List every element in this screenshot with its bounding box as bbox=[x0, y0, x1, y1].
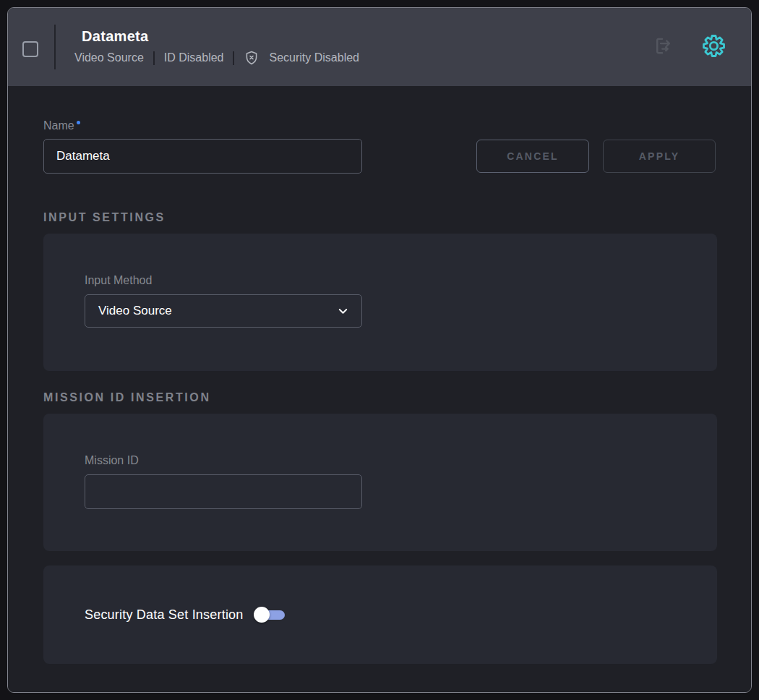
settings-button[interactable] bbox=[703, 35, 725, 59]
mission-id-card: Mission ID bbox=[43, 414, 717, 551]
input-method-select[interactable]: Video Source bbox=[85, 294, 362, 328]
required-indicator bbox=[77, 121, 80, 124]
page-title: Datameta bbox=[82, 28, 359, 45]
export-icon bbox=[651, 35, 672, 59]
input-method-label: Input Method bbox=[85, 274, 152, 287]
security-card: Security Data Set Insertion bbox=[43, 565, 717, 664]
toggle-knob-icon bbox=[254, 607, 270, 623]
security-toggle[interactable] bbox=[254, 606, 285, 623]
status-id: ID Disabled bbox=[164, 51, 224, 64]
chevron-down-icon bbox=[336, 304, 350, 318]
status-row: Video Source ID Disabled Security Disabl… bbox=[74, 50, 359, 66]
status-separator bbox=[233, 51, 234, 65]
name-label: Name bbox=[43, 119, 80, 132]
panel-body: Name CANCEL APPLY INPUT SETTINGS Input M… bbox=[8, 86, 751, 692]
name-input[interactable] bbox=[43, 139, 362, 174]
mission-id-label: Mission ID bbox=[85, 454, 139, 467]
header-divider bbox=[54, 25, 56, 69]
settings-panel: Datameta Video Source ID Disabled Securi… bbox=[7, 7, 752, 693]
input-method-value: Video Source bbox=[98, 304, 172, 318]
select-checkbox[interactable] bbox=[22, 41, 38, 57]
mission-id-heading: MISSION ID INSERTION bbox=[43, 391, 716, 404]
name-field-block: Name CANCEL APPLY bbox=[43, 119, 716, 174]
mission-id-input[interactable] bbox=[85, 474, 362, 509]
status-input-method: Video Source bbox=[74, 51, 144, 64]
security-toggle-label: Security Data Set Insertion bbox=[85, 607, 244, 623]
cancel-button[interactable]: CANCEL bbox=[476, 140, 589, 173]
input-settings-heading: INPUT SETTINGS bbox=[43, 211, 716, 224]
apply-button[interactable]: APPLY bbox=[603, 140, 716, 173]
panel-header: Datameta Video Source ID Disabled Securi… bbox=[8, 8, 751, 86]
status-security: Security Disabled bbox=[269, 51, 359, 64]
status-separator bbox=[153, 51, 155, 65]
title-block: Datameta Video Source ID Disabled Securi… bbox=[74, 28, 359, 66]
export-button[interactable] bbox=[651, 35, 672, 59]
shield-x-icon bbox=[244, 50, 260, 66]
gear-icon bbox=[703, 35, 725, 59]
input-settings-card: Input Method Video Source bbox=[43, 234, 717, 371]
